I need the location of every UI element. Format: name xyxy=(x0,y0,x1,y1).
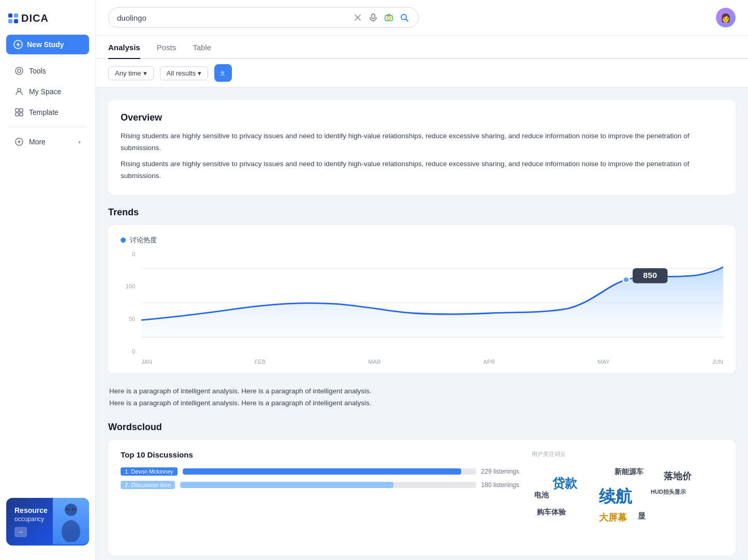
svg-rect-4 xyxy=(20,109,23,112)
trends-title: Trends xyxy=(108,207,736,218)
svg-text:850: 850 xyxy=(643,271,657,279)
legend-dot xyxy=(121,238,126,243)
svg-line-21 xyxy=(406,19,408,21)
sidebar: DICA + New Study Tools My Space Template… xyxy=(0,0,96,560)
wordscloud-section: Wordscloud Top 10 Discussions 1. Devon M… xyxy=(108,422,736,555)
logo-text: DICA xyxy=(21,12,49,24)
disc-item-1: 1. Devon Mckinney 229 listenings xyxy=(121,467,519,476)
sidebar-item-more[interactable]: More ▾ xyxy=(4,132,91,152)
my-space-icon xyxy=(14,87,24,96)
disc-count-2: 180 listenings xyxy=(481,481,519,489)
disc-label-1: 1. Devon Mckinney xyxy=(121,467,178,476)
tab-analysis[interactable]: Analysis xyxy=(108,36,140,59)
disc-item-2: 2. Discussion item 180 listenings xyxy=(121,481,519,489)
new-study-button[interactable]: + New Study xyxy=(6,35,89,54)
user-avatar[interactable]: 👩 xyxy=(716,8,736,27)
search-icon[interactable] xyxy=(399,12,410,23)
overview-title: Overview xyxy=(121,112,723,123)
word-xuhang: 续航 xyxy=(599,485,632,508)
chart-legend: 讨论热度 xyxy=(121,235,723,245)
wordscloud-card: Top 10 Discussions 1. Devon Mckinney 229… xyxy=(108,440,736,555)
svg-point-27 xyxy=(623,277,629,283)
search-bar[interactable] xyxy=(108,7,419,28)
word-luodijia: 落地价 xyxy=(664,470,692,482)
resource-card[interactable]: Resource occupancy → xyxy=(6,498,89,546)
sidebar-divider xyxy=(8,127,87,127)
overview-text-1: Rising students are highly sensitive to … xyxy=(121,130,723,154)
sidebar-item-label-my-space: My Space xyxy=(29,87,61,96)
svg-point-19 xyxy=(387,17,390,20)
plus-icon: + xyxy=(13,40,23,49)
word-hud: HUD抬头显示 xyxy=(651,488,686,496)
tabs-bar: Analysis Posts Table xyxy=(96,36,748,59)
camera-icon[interactable] xyxy=(383,12,394,23)
results-filter-btn[interactable]: All results ▾ xyxy=(160,66,208,80)
tools-icon xyxy=(14,66,24,76)
search-input[interactable] xyxy=(117,13,348,22)
svg-rect-3 xyxy=(16,109,19,112)
chevron-down-icon: ▾ xyxy=(143,69,147,77)
clear-icon[interactable] xyxy=(352,12,363,23)
logo-grid xyxy=(8,13,18,23)
word-dianchi: 电池 xyxy=(534,491,549,500)
sidebar-bottom: Resource occupancy → xyxy=(0,492,95,552)
chart-x-labels: JAN FEB MAR APR MAY JUN xyxy=(141,359,723,365)
resource-figure xyxy=(53,498,89,544)
chart-svg-wrap: 850 xyxy=(141,251,723,355)
sidebar-item-label-more: More xyxy=(29,138,46,146)
chevron-down-icon: ▾ xyxy=(78,139,81,145)
legend-label: 讨论热度 xyxy=(130,235,157,245)
disc-bar-wrap-2 xyxy=(180,482,476,488)
word-xinnengyuanche: 新能源车 xyxy=(614,467,643,477)
filter-bar: Any time ▾ All results ▾ 文 xyxy=(96,59,748,87)
chevron-down-icon: ▾ xyxy=(198,69,201,77)
wordscloud-title: Wordscloud xyxy=(108,422,736,433)
svg-rect-16 xyxy=(372,14,375,19)
more-icon xyxy=(14,137,24,146)
svg-point-1 xyxy=(18,69,21,72)
svg-rect-6 xyxy=(20,113,23,116)
svg-rect-12 xyxy=(66,508,70,510)
sidebar-item-label-template: Template xyxy=(29,108,58,116)
word-cloud: 续航 贷款 新能源车 落地价 电池 HUD抬头显示 购车体验 大屏幕 显 xyxy=(532,462,723,545)
time-filter-btn[interactable]: Any time ▾ xyxy=(108,66,154,80)
chart-area: 0 100 50 0 xyxy=(121,251,723,365)
svg-rect-5 xyxy=(16,113,19,116)
sidebar-item-label-tools: Tools xyxy=(29,67,46,75)
page-body: Overview Rising students are highly sens… xyxy=(96,87,748,560)
translate-btn[interactable]: 文 xyxy=(214,64,232,82)
top-discussions: Top 10 Discussions 1. Devon Mckinney 229… xyxy=(121,450,519,545)
overview-text-2: Rising students are highly sensitive to … xyxy=(121,158,723,182)
resource-card-arrow[interactable]: → xyxy=(14,527,27,537)
word-daping: 大屏幕 xyxy=(599,511,627,524)
top-discussions-title: Top 10 Discussions xyxy=(121,450,519,459)
svg-point-2 xyxy=(18,89,21,92)
svg-point-11 xyxy=(62,520,80,542)
tab-table[interactable]: Table xyxy=(193,36,211,59)
tab-posts[interactable]: Posts xyxy=(157,36,177,59)
analysis-text: Here is a paragraph of intelligent analy… xyxy=(108,386,736,409)
word-daikuan: 贷款 xyxy=(552,475,577,492)
sidebar-item-template[interactable]: Template xyxy=(4,102,91,122)
chart-y-labels: 0 100 50 0 xyxy=(121,251,135,365)
disc-label-2: 2. Discussion item xyxy=(121,481,175,489)
logo: DICA xyxy=(0,8,95,35)
svg-point-0 xyxy=(16,67,23,75)
cloud-label: 用户关注词云 xyxy=(532,450,723,458)
svg-rect-13 xyxy=(71,508,76,510)
header: 👩 xyxy=(96,0,748,36)
new-study-label: New Study xyxy=(27,40,64,49)
overview-card: Overview Rising students are highly sens… xyxy=(108,100,736,195)
disc-bar-wrap-1 xyxy=(183,468,476,475)
sidebar-item-my-space[interactable]: My Space xyxy=(4,82,91,101)
content-area: Analysis Posts Table Any time ▾ All resu… xyxy=(96,36,748,560)
disc-bar-1 xyxy=(183,468,462,475)
word-xian: 显 xyxy=(638,511,646,521)
trends-section: Trends 讨论热度 0 100 50 0 xyxy=(108,207,736,373)
sidebar-item-tools[interactable]: Tools xyxy=(4,61,91,81)
svg-text:文: 文 xyxy=(220,70,225,76)
template-icon xyxy=(14,108,24,117)
microphone-icon[interactable] xyxy=(368,12,379,23)
word-cloud-area: 用户关注词云 续航 贷款 新能源车 落地价 电池 HUD抬头显示 购车体验 大屏… xyxy=(532,450,723,545)
disc-count-1: 229 listenings xyxy=(481,468,519,475)
